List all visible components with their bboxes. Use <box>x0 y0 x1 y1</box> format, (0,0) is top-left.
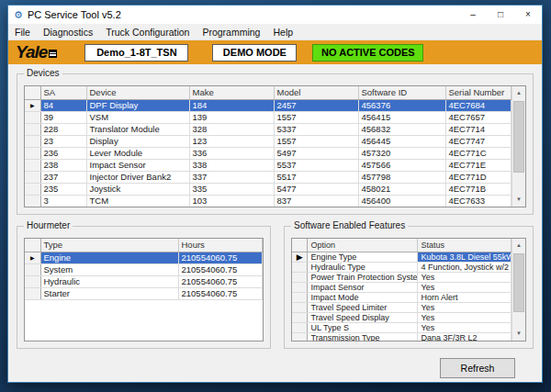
devices-cell[interactable]: 1557 <box>274 111 358 123</box>
row-selector[interactable] <box>25 287 40 299</box>
devices-row[interactable]: ▶84DPF Display18424574563764EC7684 <box>25 99 512 111</box>
features-cell[interactable]: Impact Sensor <box>308 283 418 293</box>
devices-cell[interactable]: 335 <box>189 183 274 195</box>
hourmeter-cell[interactable]: 210554060.75 <box>178 252 262 263</box>
hourmeter-row[interactable]: Starter210554060.75 <box>25 287 262 299</box>
devices-cell[interactable]: 5517 <box>274 171 358 183</box>
refresh-button[interactable]: Refresh <box>440 358 515 378</box>
row-selector[interactable] <box>25 171 40 183</box>
features-row[interactable]: Power Train Protection SystemYes <box>292 273 512 283</box>
scroll-up-icon[interactable]: ▲ <box>512 86 525 100</box>
devices-cell[interactable]: 103 <box>189 195 274 207</box>
features-cell[interactable]: Yes <box>418 313 512 323</box>
devices-cell[interactable]: 456832 <box>358 123 445 135</box>
devices-cell[interactable]: 3 <box>40 195 86 207</box>
devices-cell[interactable]: 4EC7747 <box>445 135 512 147</box>
scrollbar-thumb[interactable] <box>513 101 524 173</box>
devices-cell[interactable]: Injector Driver Bank2 <box>86 171 189 183</box>
column-header[interactable]: Make <box>189 86 274 99</box>
features-row[interactable]: Transmission TypeDana 3F/3R L2 <box>292 333 512 342</box>
maximize-button[interactable]: □ <box>487 6 514 24</box>
features-cell[interactable]: Dana 3F/3R L2 <box>418 333 512 342</box>
menu-diagnostics[interactable]: Diagnostics <box>37 25 99 39</box>
scroll-down-icon[interactable]: ▼ <box>512 327 525 341</box>
menu-help[interactable]: Help <box>266 25 299 39</box>
menu-file[interactable]: File <box>8 25 37 39</box>
devices-cell[interactable]: 23 <box>40 135 86 147</box>
devices-cell[interactable]: 84 <box>40 99 86 111</box>
devices-cell[interactable]: 457798 <box>358 171 445 183</box>
row-selector[interactable] <box>25 123 40 135</box>
features-cell[interactable]: Hydraulic Type <box>308 263 418 273</box>
devices-cell[interactable]: 228 <box>40 123 86 135</box>
hourmeter-cell[interactable]: Engine <box>40 252 178 263</box>
devices-cell[interactable]: Joystick <box>86 183 189 195</box>
row-selector[interactable] <box>25 147 40 159</box>
hourmeter-cell[interactable]: Starter <box>40 287 178 299</box>
row-selector[interactable] <box>292 293 308 303</box>
hourmeter-cell[interactable]: 210554060.75 <box>178 287 262 299</box>
hourmeter-cell[interactable]: 210554060.75 <box>178 275 262 287</box>
features-row[interactable]: Travel Speed LimiterYes <box>292 303 512 313</box>
row-selector[interactable]: ▶ <box>25 252 40 263</box>
features-row[interactable]: UL Type SYes <box>292 323 512 333</box>
row-selector[interactable] <box>292 273 308 283</box>
devices-row[interactable]: 39VSM13915574564154EC7657 <box>25 111 512 123</box>
features-cell[interactable]: UL Type S <box>308 323 418 333</box>
devices-cell[interactable]: 338 <box>189 159 274 171</box>
column-header[interactable]: Type <box>40 239 178 252</box>
features-row[interactable]: Impact SensorYes <box>292 283 512 293</box>
row-selector[interactable] <box>25 183 40 195</box>
row-selector[interactable] <box>292 303 308 313</box>
devices-cell[interactable]: 337 <box>189 171 274 183</box>
hourmeter-row[interactable]: System210554060.75 <box>25 263 262 275</box>
devices-cell[interactable]: Lever Module <box>86 147 189 159</box>
row-selector[interactable] <box>25 111 40 123</box>
devices-cell[interactable]: 4EC7657 <box>445 111 512 123</box>
devices-row[interactable]: 235Joystick33554774580214EC771B <box>25 183 512 195</box>
row-selector[interactable] <box>25 135 40 147</box>
devices-cell[interactable]: 456376 <box>358 99 445 111</box>
devices-cell[interactable]: 5477 <box>274 183 358 195</box>
features-cell[interactable]: Travel Speed Display <box>308 313 418 323</box>
hourmeter-cell[interactable]: 210554060.75 <box>178 263 262 275</box>
column-header[interactable]: Option <box>308 239 418 252</box>
devices-cell[interactable]: 4EC7633 <box>445 195 512 207</box>
devices-cell[interactable]: DPF Display <box>86 99 189 111</box>
devices-cell[interactable]: 237 <box>40 171 86 183</box>
column-header[interactable]: Software ID <box>358 86 445 99</box>
features-cell[interactable]: Yes <box>418 273 512 283</box>
devices-cell[interactable]: 4EC771D <box>445 171 512 183</box>
devices-row[interactable]: 23Display12315574564454EC7747 <box>25 135 512 147</box>
devices-row[interactable]: 236Lever Module33654974573204EC771C <box>25 147 512 159</box>
devices-row[interactable]: 238Impact Sensor33855374575664EC771E <box>25 159 512 171</box>
devices-row[interactable]: 237Injector Driver Bank233755174577984EC… <box>25 171 512 183</box>
devices-cell[interactable]: 236 <box>40 147 86 159</box>
devices-cell[interactable]: 238 <box>40 159 86 171</box>
hourmeter-cell[interactable]: System <box>40 263 178 275</box>
devices-row[interactable]: 3TCM1038374564004EC7633 <box>25 195 512 207</box>
devices-cell[interactable]: 235 <box>40 183 86 195</box>
close-button[interactable]: × <box>514 6 542 24</box>
features-cell[interactable]: Power Train Protection System <box>308 273 418 283</box>
features-cell[interactable]: Engine Type <box>308 252 418 263</box>
devices-cell[interactable]: 2457 <box>274 99 358 111</box>
hourmeter-cell[interactable]: Hydraulic <box>40 275 178 287</box>
devices-cell[interactable]: Display <box>86 135 189 147</box>
row-selector[interactable] <box>292 263 308 273</box>
devices-cell[interactable]: 837 <box>274 195 358 207</box>
devices-cell[interactable]: 4EC7714 <box>445 123 512 135</box>
scroll-up-icon[interactable]: ▲ <box>512 239 525 252</box>
devices-cell[interactable]: 457320 <box>358 147 445 159</box>
devices-cell[interactable]: 5537 <box>274 159 358 171</box>
scrollbar-thumb[interactable] <box>513 253 524 312</box>
devices-row[interactable]: 228Translator Module32853374568324EC7714 <box>25 123 512 135</box>
features-row[interactable]: Impact ModeHorn Alert <box>292 293 512 303</box>
devices-cell[interactable]: 336 <box>189 147 274 159</box>
devices-cell[interactable]: 456400 <box>358 195 445 207</box>
menu-truck-configuration[interactable]: Truck Configuration <box>99 25 196 39</box>
features-cell[interactable]: Horn Alert <box>418 293 512 303</box>
devices-cell[interactable]: 184 <box>189 99 274 111</box>
row-selector[interactable] <box>25 159 40 171</box>
row-selector[interactable]: ▶ <box>292 252 308 263</box>
